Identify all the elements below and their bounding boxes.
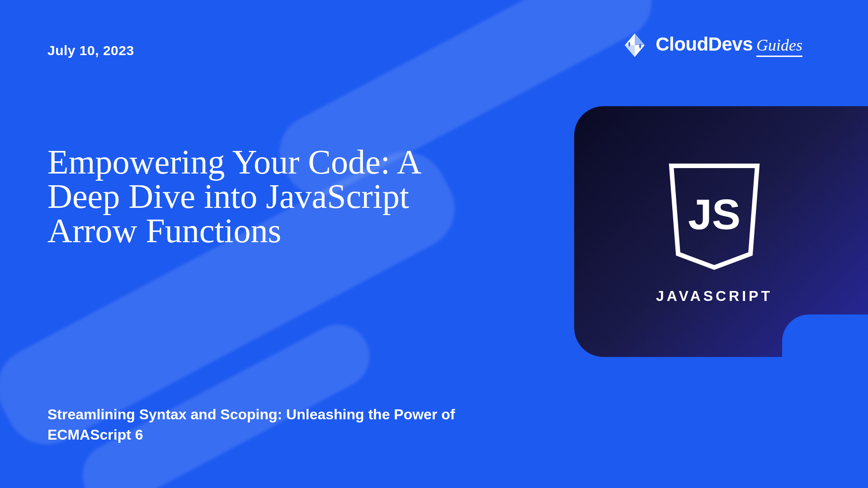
shield-text: JS xyxy=(688,190,741,238)
brand-suffix: Guides xyxy=(756,36,802,57)
javascript-shield-icon: JS xyxy=(662,159,766,274)
card-notch xyxy=(782,314,868,357)
page-subtitle: Streamlining Syntax and Scoping: Unleash… xyxy=(47,404,463,445)
brand-text: CloudDevs Guides xyxy=(656,33,802,57)
brand-logo-container: CloudDevs Guides xyxy=(621,32,802,59)
clouddevs-icon xyxy=(621,32,648,59)
publish-date: July 10, 2023 xyxy=(47,43,134,58)
page-title: Empowering Your Code: A Deep Dive into J… xyxy=(47,145,454,248)
javascript-label: JAVASCRIPT xyxy=(656,288,773,305)
brand-name: CloudDevs xyxy=(656,33,753,55)
javascript-card: JS JAVASCRIPT xyxy=(574,106,868,357)
